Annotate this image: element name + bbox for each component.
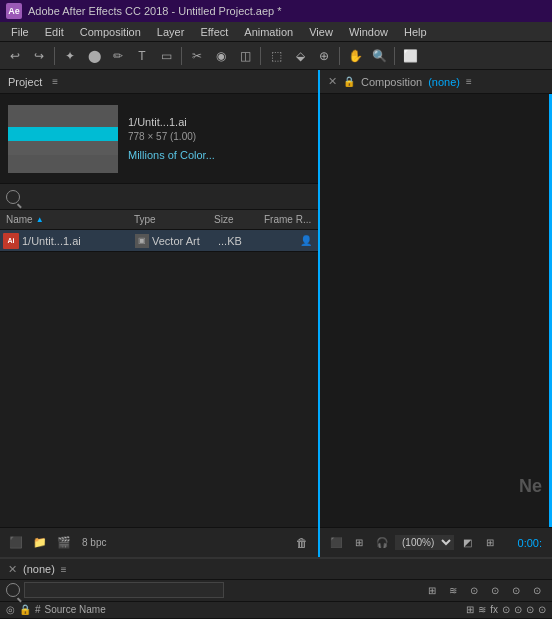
timeline-ctrl-6[interactable]: ⊙ bbox=[528, 581, 546, 599]
thumbnail-dark-stripe bbox=[8, 141, 118, 155]
new-comp-label: Ne bbox=[519, 476, 542, 497]
main-content-area: Project ≡ 1/Untit...1.ai 778 × 57 (1.00)… bbox=[0, 70, 552, 557]
comp-view-btn[interactable]: ⊞ bbox=[349, 533, 369, 553]
timeline-right-controls: ⊞ ≋ ⊙ ⊙ ⊙ ⊙ bbox=[423, 581, 546, 599]
project-bottom-bar: ⬛ 📁 🎬 8 bpc 🗑 bbox=[0, 527, 318, 557]
comp-bottom-bar: ⬛ ⊞ 🎧 (100%) ◩ ⊞ 0:00: bbox=[320, 527, 552, 557]
select-tool-btn[interactable]: ↩ bbox=[4, 45, 26, 67]
sort-arrow-icon: ▲ bbox=[36, 215, 44, 224]
project-file-list: Ai 1/Untit...1.ai ▣ Vector Art ...KB 👤 bbox=[0, 230, 318, 527]
pointer-tool-btn[interactable]: ✦ bbox=[59, 45, 81, 67]
tl-fx-icon: fx bbox=[490, 604, 498, 615]
search-icon bbox=[6, 190, 20, 204]
timeline-ctrl-2[interactable]: ≋ bbox=[444, 581, 462, 599]
new-composition-btn[interactable]: ⬛ bbox=[6, 533, 26, 553]
toolbar-sep-4 bbox=[339, 47, 340, 65]
col-header-frame-rate: Frame R... bbox=[260, 214, 318, 225]
project-search-input[interactable] bbox=[24, 191, 312, 203]
comp-grid-btn[interactable]: ⊞ bbox=[480, 533, 500, 553]
comp-headphones-btn[interactable]: 🎧 bbox=[372, 533, 392, 553]
tl-source-label: Source Name bbox=[45, 604, 106, 615]
tl-track-icon: ⊙ bbox=[514, 604, 522, 615]
timeline-ctrl-1[interactable]: ⊞ bbox=[423, 581, 441, 599]
project-panel-header: Project ≡ bbox=[0, 70, 318, 94]
timeline-ctrl-5[interactable]: ⊙ bbox=[507, 581, 525, 599]
thumbnail-dimensions: 778 × 57 (1.00) bbox=[128, 131, 215, 142]
timeline-panel: ✕ (none) ≡ ⊞ ≋ ⊙ ⊙ ⊙ ⊙ ◎ 🔒 # Source Name… bbox=[0, 557, 552, 619]
thumbnail-description: Millions of Color... bbox=[128, 149, 215, 161]
composition-panel: ✕ 🔒 Composition (none) ≡ Ne ⬛ ⊞ 🎧 (100%)… bbox=[320, 70, 552, 557]
text-tool-btn[interactable]: T bbox=[131, 45, 153, 67]
title-bar: Ae Adobe After Effects CC 2018 - Untitle… bbox=[0, 0, 552, 22]
tl-extra-icon: ⊙ bbox=[538, 604, 546, 615]
timeline-search-input[interactable] bbox=[24, 582, 224, 598]
col-header-name: Name ▲ bbox=[0, 214, 130, 225]
menu-edit[interactable]: Edit bbox=[38, 24, 71, 40]
project-search-bar bbox=[0, 184, 318, 210]
menu-file[interactable]: File bbox=[4, 24, 36, 40]
file-name-cell: 1/Untit...1.ai bbox=[22, 235, 132, 247]
timeline-menu-icon[interactable]: ≡ bbox=[61, 564, 67, 575]
comp-lock-icon: 🔒 bbox=[343, 76, 355, 87]
menu-bar: File Edit Composition Layer Effect Anima… bbox=[0, 22, 552, 42]
undo-btn[interactable]: ↪ bbox=[28, 45, 50, 67]
hand-tool-btn[interactable]: ✋ bbox=[344, 45, 366, 67]
toolbar-sep-1 bbox=[54, 47, 55, 65]
thumbnail-asset-name: 1/Untit...1.ai bbox=[128, 116, 215, 128]
project-column-headers: Name ▲ Type Size Frame R... bbox=[0, 210, 318, 230]
file-type-cell: Vector Art bbox=[152, 235, 218, 247]
tl-right-col-controls: ⊞ ≋ fx ⊙ ⊙ ⊙ ⊙ bbox=[466, 604, 546, 615]
menu-effect[interactable]: Effect bbox=[193, 24, 235, 40]
main-toolbar: ↩ ↪ ✦ ⬤ ✏ T ▭ ✂ ◉ ◫ ⬚ ⬙ ⊕ ✋ 🔍 ⬜ bbox=[0, 42, 552, 70]
comp-alpha-btn[interactable]: ◩ bbox=[457, 533, 477, 553]
timeline-column-header: ◎ 🔒 # Source Name ⊞ ≋ fx ⊙ ⊙ ⊙ ⊙ bbox=[0, 602, 552, 619]
bpc-badge: 8 bpc bbox=[82, 537, 106, 548]
menu-layer[interactable]: Layer bbox=[150, 24, 192, 40]
col-header-type: Type bbox=[130, 214, 210, 225]
eraser-tool-btn[interactable]: ◫ bbox=[234, 45, 256, 67]
file-ai-icon: Ai bbox=[3, 233, 19, 249]
project-panel: Project ≡ 1/Untit...1.ai 778 × 57 (1.00)… bbox=[0, 70, 320, 557]
clone-tool-btn[interactable]: ◉ bbox=[210, 45, 232, 67]
menu-composition[interactable]: Composition bbox=[73, 24, 148, 40]
anchor-tool-btn[interactable]: ⊕ bbox=[313, 45, 335, 67]
shape-tool-btn[interactable]: ▭ bbox=[155, 45, 177, 67]
pen-tool-btn[interactable]: ✏ bbox=[107, 45, 129, 67]
app-logo: Ae bbox=[6, 3, 22, 19]
menu-view[interactable]: View bbox=[302, 24, 340, 40]
roto-tool-btn[interactable]: ⬚ bbox=[265, 45, 287, 67]
comp-zoom-select[interactable]: (100%) bbox=[395, 535, 454, 550]
tl-lock-icon: 🔒 bbox=[19, 604, 31, 615]
comp-close-btn[interactable]: ✕ bbox=[328, 75, 337, 88]
zoom-tool-btn[interactable]: 🔍 bbox=[368, 45, 390, 67]
project-panel-title: Project bbox=[8, 76, 42, 88]
import-footage-btn[interactable]: 🎬 bbox=[54, 533, 74, 553]
menu-window[interactable]: Window bbox=[342, 24, 395, 40]
timeline-search-row: ⊞ ≋ ⊙ ⊙ ⊙ ⊙ bbox=[0, 580, 552, 601]
timeline-search-icon bbox=[6, 583, 20, 597]
file-type-icon: ▣ bbox=[135, 234, 149, 248]
tl-render-icon: ⊙ bbox=[526, 604, 534, 615]
project-panel-menu-icon[interactable]: ≡ bbox=[52, 76, 58, 87]
menu-animation[interactable]: Animation bbox=[237, 24, 300, 40]
brush-tool-btn[interactable]: ✂ bbox=[186, 45, 208, 67]
timeline-ctrl-3[interactable]: ⊙ bbox=[465, 581, 483, 599]
file-size-cell: ...KB bbox=[218, 235, 268, 247]
comp-panel-header: ✕ 🔒 Composition (none) ≡ bbox=[320, 70, 552, 94]
menu-help[interactable]: Help bbox=[397, 24, 434, 40]
delete-btn[interactable]: 🗑 bbox=[292, 533, 312, 553]
tl-solo-icon: # bbox=[35, 604, 41, 615]
table-row[interactable]: Ai 1/Untit...1.ai ▣ Vector Art ...KB 👤 bbox=[0, 230, 318, 252]
thumbnail-info: 1/Untit...1.ai 778 × 57 (1.00) Millions … bbox=[128, 116, 215, 161]
new-folder-btn[interactable]: 📁 bbox=[30, 533, 50, 553]
comp-display-mode-btn[interactable]: ⬛ bbox=[326, 533, 346, 553]
timeline-close-btn[interactable]: ✕ bbox=[8, 563, 17, 576]
camera-tool-btn[interactable]: ⬙ bbox=[289, 45, 311, 67]
toolbar-sep-2 bbox=[181, 47, 182, 65]
orbit-tool-btn[interactable]: ⬤ bbox=[83, 45, 105, 67]
tl-eye-icon: ◎ bbox=[6, 604, 15, 615]
timeline-header: ✕ (none) ≡ bbox=[0, 559, 552, 580]
timeline-ctrl-4[interactable]: ⊙ bbox=[486, 581, 504, 599]
workspace-btn[interactable]: ⬜ bbox=[399, 45, 421, 67]
comp-panel-menu-icon[interactable]: ≡ bbox=[466, 76, 472, 87]
